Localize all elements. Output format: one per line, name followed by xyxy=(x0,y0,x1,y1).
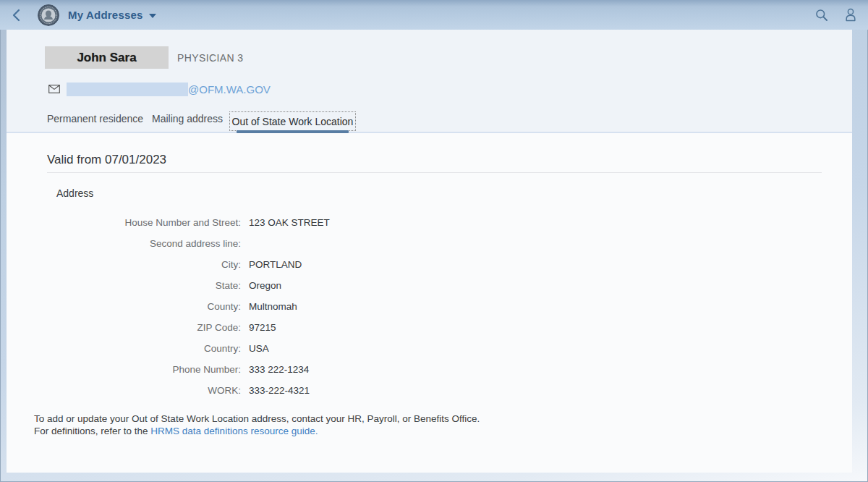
address-group-label: Address xyxy=(56,188,852,198)
field-label: State: xyxy=(7,280,241,291)
field-row-state: State: Oregon xyxy=(7,275,852,296)
field-label: City: xyxy=(7,259,241,270)
address-form: House Number and Street: 123 OAK STREET … xyxy=(7,212,852,401)
field-label: ZIP Code: xyxy=(7,322,241,333)
app-window: My Addresses John Sara PHYSICIAN 3 xyxy=(0,0,868,482)
field-value: 123 OAK STREET xyxy=(249,217,330,228)
field-row-phone: Phone Number: 333 222-1234 xyxy=(7,359,852,380)
back-button[interactable] xyxy=(9,7,23,24)
page-title: My Addresses xyxy=(68,9,143,21)
tab-mailing-address[interactable]: Mailing address xyxy=(152,113,223,124)
profile-header: John Sara PHYSICIAN 3 @OFM.WA.GOV Perman… xyxy=(7,30,852,133)
field-label: WORK: xyxy=(7,385,241,396)
app-title-menu[interactable]: My Addresses xyxy=(68,9,156,21)
email-domain-link[interactable]: @OFM.WA.GOV xyxy=(188,83,271,96)
email-username-redaction xyxy=(67,83,188,96)
footer-line1: To add or update your Out of State Work … xyxy=(34,413,480,424)
field-value: Oregon xyxy=(249,280,281,291)
job-title: PHYSICIAN 3 xyxy=(177,52,244,64)
person-icon xyxy=(844,8,857,22)
tab-permanent-residence[interactable]: Permanent residence xyxy=(47,113,143,124)
search-icon xyxy=(815,9,828,22)
footer-note: To add or update your Out of State Work … xyxy=(34,413,809,437)
field-row-second-address: Second address line: xyxy=(7,233,852,254)
field-label: Second address line: xyxy=(7,238,241,249)
field-value: Multnomah xyxy=(249,301,297,312)
field-value: PORTLAND xyxy=(249,259,302,270)
email-row: @OFM.WA.GOV xyxy=(48,82,271,96)
envelope-icon xyxy=(48,85,60,93)
back-chevron-icon xyxy=(12,9,20,22)
content-card: John Sara PHYSICIAN 3 @OFM.WA.GOV Perman… xyxy=(7,30,852,473)
user-profile-button[interactable] xyxy=(843,8,858,22)
section-divider xyxy=(47,172,822,173)
field-row-zip: ZIP Code: 97215 xyxy=(7,317,852,338)
field-label: Phone Number: xyxy=(7,364,241,375)
field-row-country: Country: USA xyxy=(7,338,852,359)
footer-line2-prefix: For definitions, refer to the xyxy=(34,426,150,436)
field-row-work-phone: WORK: 333-222-4321 xyxy=(7,380,852,401)
field-value: 97215 xyxy=(249,322,276,333)
field-row-county: County: Multnomah xyxy=(7,296,852,317)
hrms-guide-link[interactable]: HRMS data definitions resource guide. xyxy=(150,426,318,436)
field-label: County: xyxy=(7,301,241,312)
field-value: 333-222-4321 xyxy=(249,385,310,396)
address-detail-section: Valid from 07/01/2023 Address House Numb… xyxy=(7,153,852,437)
chevron-down-icon xyxy=(149,14,156,18)
field-row-street: House Number and Street: 123 OAK STREET xyxy=(7,212,852,233)
field-row-city: City: PORTLAND xyxy=(7,254,852,275)
washington-state-seal-logo xyxy=(38,4,59,26)
employee-name: John Sara xyxy=(77,51,136,65)
shell-bar: My Addresses xyxy=(0,0,868,30)
valid-from-heading: Valid from 07/01/2023 xyxy=(47,153,852,166)
search-button[interactable] xyxy=(814,8,829,22)
field-value: 333 222-1234 xyxy=(249,364,309,375)
field-label: Country: xyxy=(7,343,241,354)
tab-out-of-state-work-location[interactable]: Out of State Work Location xyxy=(229,111,356,131)
field-label: House Number and Street: xyxy=(7,217,241,228)
employee-name-redaction: John Sara xyxy=(45,46,169,69)
field-value: USA xyxy=(249,343,269,354)
